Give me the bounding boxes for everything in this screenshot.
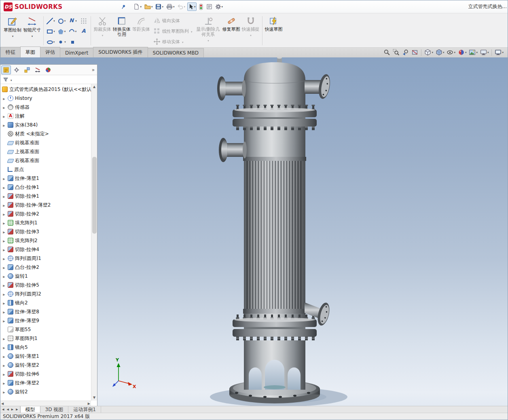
expand-arrow-icon[interactable] — [2, 95, 6, 101]
expand-arrow-icon[interactable] — [2, 167, 6, 172]
tree-item[interactable]: 切除-拉伸2 — [0, 209, 91, 218]
expand-arrow-icon[interactable] — [2, 158, 6, 163]
tree-item[interactable]: 切除-拉伸4 — [0, 245, 91, 254]
panel-chevron-icon[interactable] — [90, 67, 96, 73]
filter-funnel-icon[interactable] — [3, 77, 8, 82]
tree-item[interactable]: 旋转-薄壁1 — [0, 352, 91, 361]
tree-item[interactable]: 阵列(圆周)2 — [0, 289, 91, 298]
last-tab-button[interactable] — [15, 408, 18, 411]
expand-arrow-icon[interactable] — [2, 291, 6, 297]
select-arrow-button[interactable] — [187, 2, 197, 11]
rebuild-button[interactable] — [198, 2, 204, 11]
new-document-button[interactable] — [133, 2, 142, 11]
tree-item[interactable]: 拉伸-薄壁1 — [0, 174, 91, 183]
linear-sketch-pattern-button[interactable]: 线性草图阵列 — [151, 26, 195, 36]
sketch-button[interactable]: 草图绘制 — [3, 15, 22, 47]
expand-arrow-icon[interactable] — [2, 327, 6, 332]
expand-arrow-icon[interactable] — [2, 380, 6, 386]
tree-item[interactable]: 切除-拉伸1 — [0, 192, 91, 201]
tree-root-item[interactable]: 立式管壳式换热器2015 (默认<<默认 — [0, 85, 91, 94]
tree-horizontal-scrollbar[interactable] — [0, 401, 91, 406]
command-tab[interactable]: 草图 — [20, 46, 40, 57]
tree-item[interactable]: 前视基准面 — [0, 138, 91, 147]
apply-scene-button[interactable] — [468, 48, 478, 57]
expand-arrow-icon[interactable] — [2, 309, 6, 314]
expand-arrow-icon[interactable] — [2, 175, 6, 181]
tree-item[interactable]: 旋转-薄壁2 — [0, 361, 91, 369]
rectangle-tool-button[interactable] — [45, 26, 56, 37]
propertymanager-tab[interactable] — [12, 65, 21, 74]
tree-item[interactable]: 上视基准面 — [0, 147, 91, 156]
command-tab[interactable]: DimXpert — [60, 48, 93, 57]
display-style-button[interactable] — [435, 48, 445, 57]
edit-appearance-button[interactable] — [457, 48, 468, 57]
command-tab[interactable]: SOLIDWORKS MBD — [148, 48, 204, 57]
first-tab-button[interactable] — [2, 408, 4, 411]
open-button[interactable] — [144, 2, 154, 11]
graphics-viewport[interactable]: Y X — [0, 57, 508, 407]
expand-arrow-icon[interactable] — [2, 229, 6, 234]
next-tab-button[interactable] — [11, 408, 14, 411]
tree-item[interactable]: 拉伸-薄壁9 — [0, 316, 91, 325]
tree-item[interactable]: 镜向2 — [0, 298, 91, 307]
options-button[interactable] — [214, 2, 224, 11]
expand-arrow-icon[interactable] — [2, 104, 6, 110]
menu-item[interactable] — [89, 5, 96, 9]
expand-arrow-icon[interactable] — [2, 247, 6, 252]
model-tab[interactable]: 3D 视图 — [40, 406, 69, 413]
previous-view-button[interactable] — [401, 48, 410, 57]
featuremanager-tab[interactable] — [1, 65, 11, 74]
expand-arrow-icon[interactable] — [2, 273, 6, 279]
model-tab[interactable]: 模型 — [20, 406, 40, 413]
file-properties-button[interactable] — [205, 2, 213, 11]
full-screen-button[interactable] — [494, 48, 504, 57]
tree-item[interactable]: 镜向5 — [0, 343, 91, 352]
tree-item[interactable]: 原点 — [0, 165, 91, 174]
smart-dimension-button[interactable]: 智能尺寸 — [22, 15, 42, 47]
ellipse-tool-button[interactable] — [45, 37, 56, 47]
expand-arrow-icon[interactable] — [2, 149, 6, 154]
expand-arrow-icon[interactable] — [2, 238, 6, 243]
scroll-down-icon[interactable] — [91, 395, 97, 401]
menu-item[interactable] — [67, 5, 74, 9]
repair-sketch-button[interactable]: 修复草图 — [222, 15, 241, 47]
configurationmanager-tab[interactable] — [22, 65, 32, 74]
expand-arrow-icon[interactable] — [2, 353, 6, 359]
command-tab[interactable]: 特征 — [0, 47, 21, 57]
tree-item[interactable]: 切除-拉伸-薄壁2 — [0, 201, 91, 209]
scroll-right-icon[interactable] — [88, 402, 90, 405]
quick-snaps-button[interactable]: 快速捕捉 — [241, 15, 260, 47]
expand-arrow-icon[interactable] — [2, 264, 6, 270]
tree-item[interactable]: 凸台-拉伸1 — [0, 183, 91, 192]
expand-arrow-icon[interactable] — [2, 122, 6, 128]
tree-item[interactable]: 草图阵列1 — [0, 334, 91, 343]
prev-tab-button[interactable] — [6, 408, 9, 411]
expand-arrow-icon[interactable] — [2, 362, 6, 368]
tree-item[interactable]: 切除-拉伸6 — [0, 369, 91, 378]
hide-show-items-button[interactable] — [446, 48, 456, 57]
expand-arrow-icon[interactable] — [2, 184, 6, 190]
section-view-button[interactable] — [411, 48, 419, 57]
menu-item[interactable] — [104, 5, 111, 9]
expand-arrow-icon[interactable] — [2, 282, 6, 288]
tree-item[interactable]: 右视基准面 — [0, 156, 91, 165]
tree-item[interactable]: 草图55 — [0, 325, 91, 334]
tree-item[interactable]: History — [0, 94, 91, 103]
scrollbar-thumb[interactable] — [92, 157, 97, 234]
expand-arrow-icon[interactable] — [2, 131, 6, 137]
expand-arrow-icon[interactable] — [2, 202, 6, 208]
tree-item[interactable]: 填充阵列2 — [0, 236, 91, 245]
spline-tool-button[interactable] — [67, 16, 78, 26]
construction-tool-button[interactable] — [67, 37, 78, 47]
zoom-to-area-button[interactable] — [392, 48, 400, 57]
display-delete-relations-button[interactable]: 显示/删除几何关系 — [195, 15, 222, 47]
dimxpertmanager-tab[interactable] — [33, 65, 42, 74]
menu-item[interactable] — [74, 5, 82, 9]
expand-arrow-icon[interactable] — [2, 255, 6, 261]
view-settings-button[interactable] — [479, 48, 490, 57]
expand-arrow-icon[interactable] — [2, 220, 6, 226]
menu-item[interactable] — [82, 5, 89, 9]
filter-caret-icon[interactable] — [10, 77, 12, 82]
menu-item[interactable] — [111, 5, 118, 9]
scroll-left-icon[interactable] — [1, 402, 4, 405]
